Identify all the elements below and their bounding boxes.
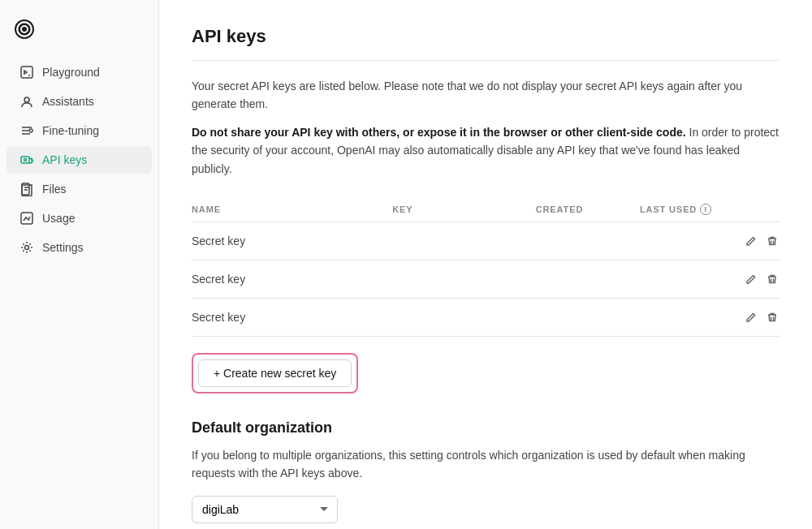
sidebar-item-files[interactable]: Files bbox=[6, 175, 152, 203]
key-lastused-2 bbox=[640, 260, 744, 298]
last-used-label: LAST USED bbox=[640, 204, 697, 214]
sidebar-item-usage[interactable]: Usage bbox=[6, 204, 152, 232]
svg-point-5 bbox=[24, 159, 27, 161]
svg-point-3 bbox=[29, 129, 32, 132]
key-value-3 bbox=[392, 298, 535, 336]
api-keys-table: NAME KEY CREATED LAST USED i Secret key bbox=[192, 197, 780, 337]
description-1: Your secret API keys are listed below. P… bbox=[192, 77, 780, 114]
edit-key-button-2[interactable] bbox=[744, 272, 758, 286]
last-used-info-icon[interactable]: i bbox=[700, 204, 711, 215]
col-header-actions bbox=[744, 197, 780, 222]
key-lastused-3 bbox=[640, 298, 744, 336]
sidebar-item-label: Fine-tuning bbox=[42, 124, 99, 137]
sidebar-item-label: Usage bbox=[42, 212, 75, 225]
key-value-2 bbox=[392, 260, 535, 298]
table-row: Secret key bbox=[192, 298, 780, 336]
create-key-wrapper: + Create new secret key bbox=[192, 353, 358, 394]
sidebar: Playground Assistants Fine-tuning bbox=[0, 0, 159, 529]
sidebar-item-label: Assistants bbox=[42, 95, 94, 108]
sidebar-item-settings[interactable]: Settings bbox=[6, 234, 152, 261]
table-row: Secret key bbox=[192, 221, 780, 260]
key-created-2 bbox=[536, 260, 640, 298]
files-icon bbox=[19, 182, 34, 196]
key-created-3 bbox=[536, 298, 640, 336]
org-selector[interactable]: digiLab bbox=[192, 496, 338, 523]
col-header-name: NAME bbox=[192, 197, 392, 222]
key-name-1: Secret key bbox=[192, 221, 392, 260]
edit-key-button-1[interactable] bbox=[744, 234, 758, 248]
svg-point-8 bbox=[25, 246, 29, 250]
warning-bold: Do not share your API key with others, o… bbox=[192, 126, 686, 139]
sidebar-item-playground[interactable]: Playground bbox=[6, 58, 152, 86]
delete-key-button-3[interactable] bbox=[765, 310, 780, 325]
assistants-icon bbox=[19, 94, 34, 109]
table-row: Secret key bbox=[192, 260, 780, 298]
sidebar-item-label: API keys bbox=[42, 153, 87, 166]
fine-tuning-icon bbox=[19, 123, 34, 138]
col-header-lastused: LAST USED i bbox=[640, 197, 744, 222]
delete-key-button-1[interactable] bbox=[765, 234, 780, 248]
create-new-secret-key-button[interactable]: + Create new secret key bbox=[198, 359, 352, 387]
svg-rect-4 bbox=[21, 157, 29, 163]
settings-icon bbox=[19, 240, 34, 255]
sidebar-item-label: Files bbox=[42, 183, 67, 196]
default-org-title: Default organization bbox=[192, 419, 780, 437]
sidebar-item-assistants[interactable]: Assistants bbox=[6, 88, 152, 115]
key-name-3: Secret key bbox=[192, 298, 392, 336]
playground-icon bbox=[19, 65, 34, 80]
api-keys-icon bbox=[19, 153, 34, 167]
key-created-1 bbox=[536, 221, 640, 260]
usage-icon bbox=[19, 211, 34, 226]
svg-point-2 bbox=[24, 97, 29, 102]
col-header-created: CREATED bbox=[536, 197, 640, 222]
key-lastused-1 bbox=[640, 221, 744, 260]
sidebar-item-api-keys[interactable]: API keys bbox=[6, 146, 152, 174]
key-actions-2 bbox=[744, 260, 780, 298]
key-name-2: Secret key bbox=[192, 260, 392, 298]
sidebar-item-label: Settings bbox=[42, 241, 84, 254]
col-header-key: KEY bbox=[392, 197, 535, 222]
edit-key-button-3[interactable] bbox=[744, 310, 758, 325]
key-value-1 bbox=[392, 221, 535, 260]
page-title: API keys bbox=[192, 26, 780, 61]
main-content: API keys Your secret API keys are listed… bbox=[159, 0, 812, 529]
logo[interactable] bbox=[0, 10, 158, 58]
key-actions-1 bbox=[744, 221, 780, 260]
delete-key-button-2[interactable] bbox=[765, 272, 780, 286]
warning-text: Do not share your API key with others, o… bbox=[192, 123, 780, 178]
key-actions-3 bbox=[744, 298, 780, 336]
sidebar-item-fine-tuning[interactable]: Fine-tuning bbox=[6, 117, 152, 144]
default-org-description: If you belong to multiple organizations,… bbox=[192, 446, 780, 483]
svg-point-0 bbox=[22, 27, 27, 32]
sidebar-item-label: Playground bbox=[42, 66, 100, 79]
